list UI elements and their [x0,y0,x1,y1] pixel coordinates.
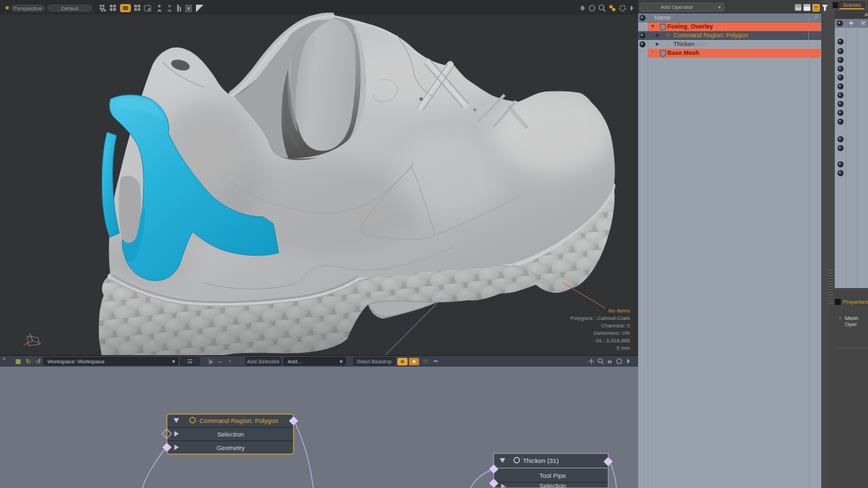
svg-text:Polygons : Catmull-Clark: Polygons : Catmull-Clark [570,315,631,321]
svg-text:Channels: 0: Channels: 0 [601,323,630,329]
svg-text:Tool Pipe: Tool Pipe [539,472,566,479]
svg-text:5 mm: 5 mm [616,345,630,351]
svg-text:Geometry: Geometry [216,444,245,451]
svg-text:No Items: No Items [608,308,630,314]
svg-text:GL: 3,318,886: GL: 3,318,886 [595,338,630,344]
svg-text:Selection: Selection [539,482,566,488]
svg-text:Deformers: ON: Deformers: ON [593,330,630,336]
svg-text:Thicken (31): Thicken (31) [523,457,559,464]
svg-text:Selection: Selection [217,430,243,438]
svg-text:Command Region: Polygon: Command Region: Polygon [199,417,278,424]
